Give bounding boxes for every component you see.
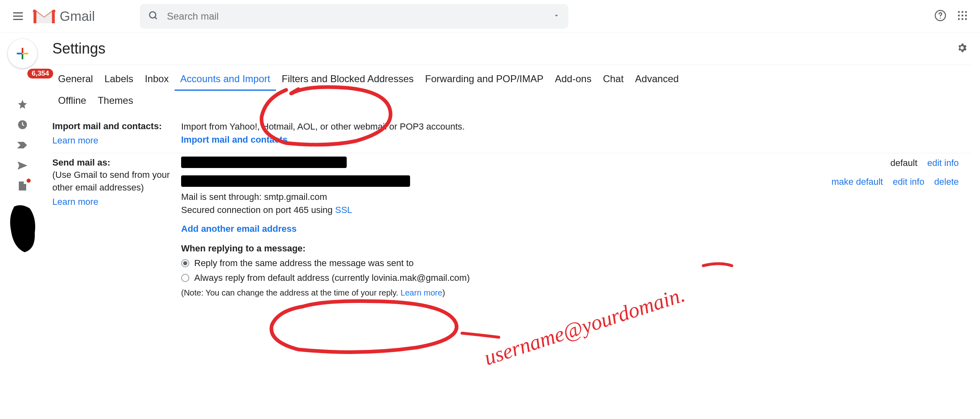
svg-point-2 bbox=[150, 11, 156, 18]
ssl-link[interactable]: SSL bbox=[335, 205, 352, 215]
redacted-sidebar-item bbox=[6, 202, 39, 255]
reply-opt2-label: Always reply from default address (curre… bbox=[194, 271, 470, 285]
starred-icon[interactable] bbox=[13, 98, 32, 111]
redacted-email-1 bbox=[181, 157, 347, 168]
svg-point-11 bbox=[965, 14, 967, 16]
app-header: Gmail bbox=[0, 0, 980, 33]
tab-offline[interactable]: Offline bbox=[52, 91, 92, 111]
svg-point-12 bbox=[958, 18, 960, 20]
hamburger-icon bbox=[13, 12, 23, 20]
search-box[interactable] bbox=[140, 4, 568, 29]
mail-sent-through: Mail is sent through: smtp.gmail.com bbox=[181, 192, 327, 202]
gmail-m-icon bbox=[33, 8, 56, 25]
drafts-icon[interactable] bbox=[13, 179, 32, 193]
reply-note-post: ) bbox=[442, 288, 445, 297]
inbox-count-badge: 6,354 bbox=[27, 69, 53, 78]
svg-point-14 bbox=[965, 18, 967, 20]
svg-point-13 bbox=[962, 18, 964, 20]
snoozed-icon[interactable] bbox=[13, 118, 32, 131]
svg-rect-0 bbox=[34, 10, 36, 23]
reply-same-address-radio[interactable] bbox=[181, 259, 189, 267]
default-label: default bbox=[890, 158, 917, 168]
tab-labels[interactable]: Labels bbox=[99, 69, 139, 91]
add-another-email-link[interactable]: Add another email address bbox=[181, 224, 296, 234]
tab-accounts-import[interactable]: Accounts and Import bbox=[175, 69, 276, 91]
svg-point-9 bbox=[958, 14, 960, 16]
apps-grid-icon[interactable] bbox=[957, 10, 968, 22]
send-as-learn-more-link[interactable]: Learn more bbox=[52, 196, 99, 208]
tab-advanced[interactable]: Advanced bbox=[629, 69, 684, 91]
edit-info-link-2[interactable]: edit info bbox=[893, 177, 924, 187]
import-mail-contacts-link[interactable]: Import mail and contacts bbox=[181, 134, 287, 145]
svg-point-6 bbox=[958, 11, 960, 13]
import-desc: Import from Yahoo!, Hotmail, AOL, or oth… bbox=[181, 121, 465, 132]
tab-filters[interactable]: Filters and Blocked Addresses bbox=[276, 69, 419, 91]
search-icon bbox=[148, 10, 159, 22]
page-title: Settings bbox=[52, 40, 105, 57]
import-title: Import mail and contacts: bbox=[52, 121, 162, 131]
send-as-row-1: default edit info bbox=[181, 157, 971, 172]
svg-point-8 bbox=[965, 11, 967, 13]
help-icon[interactable] bbox=[934, 9, 946, 23]
settings-tabs: General Labels Inbox Accounts and Import… bbox=[52, 65, 971, 111]
reply-note-learn-more-link[interactable]: Learn more bbox=[401, 288, 442, 297]
import-learn-more-link[interactable]: Learn more bbox=[52, 134, 99, 147]
svg-line-3 bbox=[155, 17, 157, 19]
settings-content: Settings General Labels Inbox Accounts a… bbox=[45, 33, 980, 419]
send-as-row-2: Mail is sent through: smtp.gmail.com Sec… bbox=[181, 175, 971, 217]
tab-addons[interactable]: Add-ons bbox=[549, 69, 597, 91]
edit-info-link-1[interactable]: edit info bbox=[927, 158, 959, 168]
plus-icon bbox=[15, 46, 30, 61]
tab-forwarding[interactable]: Forwarding and POP/IMAP bbox=[419, 69, 549, 91]
reply-note-pre: (Note: You can change the address at the… bbox=[181, 288, 401, 297]
svg-point-10 bbox=[962, 14, 964, 16]
svg-rect-1 bbox=[52, 10, 55, 23]
main-menu-button[interactable] bbox=[8, 7, 28, 26]
tab-inbox[interactable]: Inbox bbox=[139, 69, 175, 91]
svg-rect-16 bbox=[22, 54, 23, 59]
send-as-sub: (Use Gmail to send from your other email… bbox=[52, 170, 170, 193]
search-input[interactable] bbox=[167, 11, 553, 22]
reply-options: When replying to a message: Reply from t… bbox=[181, 242, 971, 299]
tab-chat[interactable]: Chat bbox=[597, 69, 630, 91]
reply-opt1-label: Reply from the same address the message … bbox=[194, 257, 414, 270]
gmail-logo[interactable]: Gmail bbox=[33, 8, 95, 25]
important-icon[interactable] bbox=[13, 139, 32, 152]
redacted-email-2 bbox=[181, 175, 410, 187]
section-send-mail-as: Send mail as: (Use Gmail to send from yo… bbox=[52, 153, 971, 305]
delete-link[interactable]: delete bbox=[934, 177, 959, 187]
main-area: 6,354 Settings bbox=[0, 33, 980, 419]
tab-general[interactable]: General bbox=[52, 69, 99, 91]
reply-heading: When replying to a message: bbox=[181, 242, 971, 255]
sent-icon[interactable] bbox=[13, 159, 32, 172]
svg-point-5 bbox=[940, 18, 941, 19]
settings-gear-icon[interactable] bbox=[956, 42, 968, 55]
send-as-title: Send mail as: bbox=[52, 157, 110, 168]
gmail-logo-text: Gmail bbox=[60, 9, 95, 24]
svg-rect-15 bbox=[22, 48, 23, 53]
secured-connection-text: Secured connection on port 465 using bbox=[181, 205, 335, 215]
section-import-mail: Import mail and contacts: Learn more Imp… bbox=[52, 117, 971, 153]
tab-themes[interactable]: Themes bbox=[92, 91, 139, 111]
compose-button[interactable] bbox=[8, 39, 37, 68]
reply-default-address-radio[interactable] bbox=[181, 274, 189, 282]
make-default-link[interactable]: make default bbox=[832, 177, 883, 187]
svg-point-7 bbox=[962, 11, 964, 13]
svg-rect-17 bbox=[17, 53, 22, 54]
search-options-dropdown-icon[interactable] bbox=[553, 12, 560, 21]
drafts-notification-dot bbox=[27, 179, 31, 183]
svg-rect-18 bbox=[23, 53, 28, 54]
sidebar: 6,354 bbox=[0, 33, 45, 419]
